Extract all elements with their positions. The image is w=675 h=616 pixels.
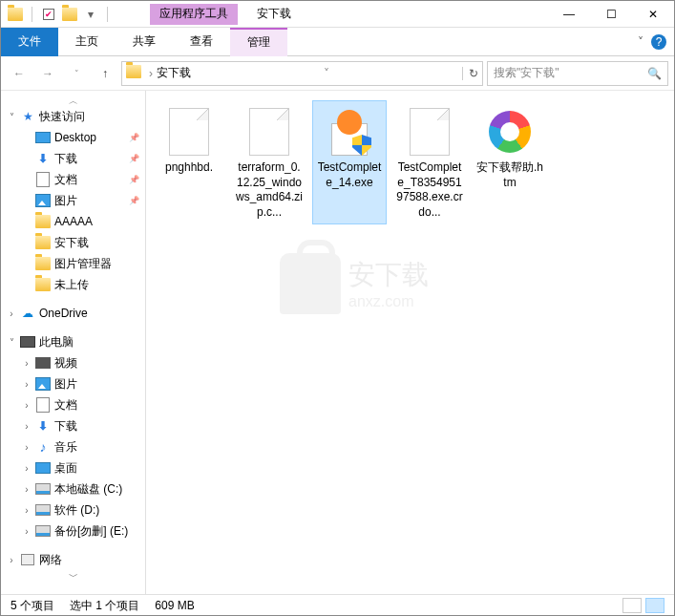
sidebar-item[interactable]: ›桌面 (1, 457, 145, 478)
chevron-right-icon[interactable]: › (20, 526, 33, 537)
watermark-sub: anxz.com (348, 293, 429, 310)
checkbox-icon[interactable]: ✔ (40, 6, 57, 23)
help-icon[interactable]: ? (651, 34, 666, 50)
scroll-up-icon[interactable]: ︿ (1, 95, 145, 106)
file-name: terraform_0.12.25_windows_amd64.zip.c... (235, 160, 304, 220)
recent-locations-button[interactable]: ˅ (64, 61, 89, 86)
watermark: 安下载 anxz.com (280, 253, 429, 314)
breadcrumb[interactable]: › 安下载 ˅ ↻ (121, 61, 483, 86)
folder-icon (35, 214, 51, 229)
qat-dropdown-icon[interactable]: ▾ (82, 6, 99, 23)
close-button[interactable]: ✕ (632, 1, 674, 28)
sidebar-item-label: 快速访问 (39, 109, 85, 125)
tab-view[interactable]: 查看 (173, 28, 230, 56)
search-input[interactable]: 搜索"安下载" 🔍 (487, 61, 668, 86)
sidebar-item-label: 安下载 (54, 235, 89, 251)
video-icon (35, 355, 51, 371)
sidebar-item[interactable]: ·图片 (1, 190, 145, 211)
file-item[interactable]: TestComplete_T835495197588.exe.crdo... (392, 100, 467, 224)
chevron-right-icon[interactable]: › (20, 442, 33, 453)
back-button[interactable]: ← (7, 61, 32, 86)
chevron-right-icon[interactable]: › (20, 484, 33, 495)
lock-icon (280, 253, 341, 314)
minimize-button[interactable]: — (548, 1, 590, 28)
disk-icon (35, 481, 51, 497)
file-item[interactable]: pnghhbd. (152, 100, 226, 224)
quick-access-toolbar: ✔ ▾ (1, 6, 112, 23)
window-controls: — ☐ ✕ (548, 1, 674, 28)
sidebar-item-label: 此电脑 (39, 334, 74, 350)
sidebar-item-label: 网络 (39, 552, 62, 568)
sidebar-item-label: 软件 (D:) (54, 502, 99, 519)
refresh-button[interactable]: ↻ (462, 67, 478, 80)
doc-icon (35, 397, 51, 413)
chevron-right-icon[interactable]: › (20, 505, 33, 516)
chevron-right-icon[interactable]: › (20, 379, 33, 390)
scroll-down-icon[interactable]: ﹀ (1, 570, 145, 582)
sidebar-item[interactable]: ›软件 (D:) (1, 499, 145, 520)
sidebar-item-network[interactable]: › 网络 (1, 549, 145, 570)
chevron-right-icon[interactable]: › (149, 67, 153, 80)
sidebar-item[interactable]: ›文档 (1, 394, 145, 415)
nav-bar: ← → ˅ ↑ › 安下载 ˅ ↻ 搜索"安下载" 🔍 (1, 56, 674, 91)
chevron-down-icon[interactable]: ˅ (5, 112, 18, 122)
separator (107, 7, 108, 22)
separator (32, 7, 32, 22)
status-item-count: 5 个项目 (11, 598, 54, 614)
breadcrumb-dropdown-icon[interactable]: ˅ (324, 67, 329, 80)
sidebar-item[interactable]: ›备份[勿删] (E:) (1, 520, 145, 542)
file-icon (483, 105, 537, 159)
sidebar-item-this-pc[interactable]: ˅ 此电脑 (1, 331, 145, 352)
folder-icon (35, 256, 51, 271)
sidebar-item[interactable]: ›♪音乐 (1, 436, 145, 457)
sidebar-item-onedrive[interactable]: › ☁ OneDrive (1, 303, 145, 324)
sidebar-item[interactable]: ·⬇下载 (1, 148, 145, 169)
ribbon-expand-icon[interactable]: ˅ (638, 35, 643, 49)
sidebar-item-label: 下载 (54, 418, 77, 435)
folder-icon[interactable] (61, 6, 78, 23)
sidebar-item-label: 文档 (54, 397, 77, 414)
chevron-down-icon[interactable]: ˅ (5, 337, 18, 348)
sidebar-item[interactable]: ·安下载 (1, 232, 145, 253)
forward-button[interactable]: → (35, 61, 60, 86)
sidebar-item-label: AAAAA (54, 215, 93, 228)
sidebar-item[interactable]: ·图片管理器 (1, 253, 145, 274)
statusbar: 5 个项目 选中 1 个项目 609 MB (1, 594, 674, 616)
sidebar-item[interactable]: ·未上传 (1, 274, 145, 295)
up-button[interactable]: ↑ (93, 61, 117, 86)
view-switcher (622, 598, 664, 613)
sidebar-item[interactable]: ·文档 (1, 169, 145, 190)
tab-home[interactable]: 主页 (58, 28, 116, 56)
icons-view-button[interactable] (645, 598, 664, 613)
chevron-right-icon[interactable]: › (20, 400, 33, 411)
disk-icon (35, 502, 51, 518)
sidebar-item-quick-access[interactable]: ˅ ★ 快速访问 (1, 106, 145, 127)
sidebar-item[interactable]: ·Desktop (1, 127, 145, 148)
file-item[interactable]: terraform_0.12.25_windows_amd64.zip.c... (232, 100, 306, 224)
sidebar-item[interactable]: ›⬇下载 (1, 415, 145, 436)
sidebar-item[interactable]: ·AAAAA (1, 211, 145, 232)
file-item[interactable]: TestComplete_14.exe (312, 100, 387, 224)
chevron-right-icon[interactable]: › (20, 358, 33, 369)
sidebar-item[interactable]: ›视频 (1, 352, 145, 373)
tab-share[interactable]: 共享 (116, 28, 173, 56)
maximize-button[interactable]: ☐ (590, 1, 632, 28)
file-name: pnghhbd. (165, 160, 213, 176)
sidebar-item[interactable]: ›本地磁盘 (C:) (1, 478, 145, 499)
details-view-button[interactable] (622, 598, 642, 613)
breadcrumb-item[interactable]: 安下载 (157, 65, 191, 81)
download-icon: ⬇ (35, 151, 51, 166)
sidebar-item[interactable]: ›图片 (1, 373, 145, 394)
chevron-right-icon[interactable]: › (20, 421, 33, 432)
file-icon (162, 105, 216, 159)
sidebar-item-label: 文档 (54, 172, 77, 188)
chevron-right-icon[interactable]: › (5, 308, 18, 319)
tab-manage[interactable]: 管理 (230, 28, 287, 56)
chevron-right-icon[interactable]: › (20, 463, 33, 474)
file-content-area[interactable]: 安下载 anxz.com pnghhbd.terraform_0.12.25_w… (146, 91, 674, 594)
search-icon[interactable]: 🔍 (647, 67, 662, 80)
watermark-text: 安下载 (348, 257, 429, 293)
chevron-right-icon[interactable]: › (5, 555, 18, 565)
tab-file[interactable]: 文件 (1, 28, 58, 56)
file-item[interactable]: 安下载帮助.htm (473, 100, 547, 224)
